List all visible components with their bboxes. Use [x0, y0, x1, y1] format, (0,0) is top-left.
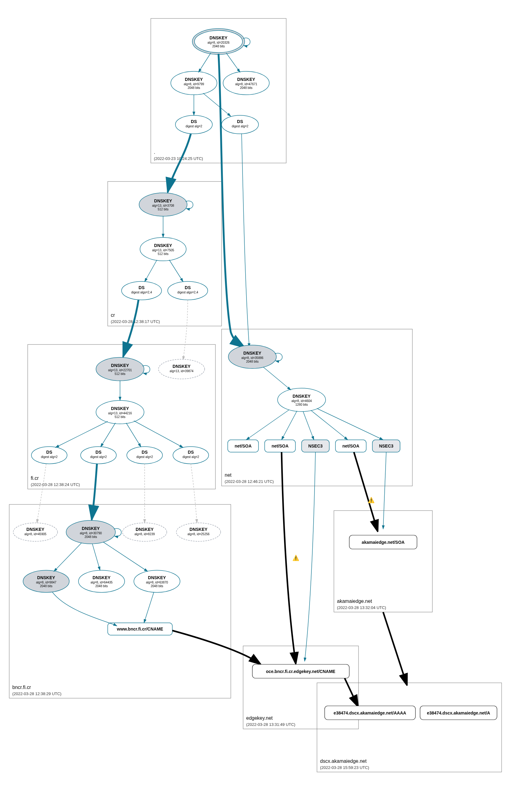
node-bncr-d2: DNSKEY alg=8, id=8239	[122, 523, 167, 541]
warning-icon: ⚠️	[292, 555, 300, 561]
zone-net-name: net	[225, 472, 232, 478]
svg-point-37	[159, 359, 205, 379]
node-ficr-zsk: DNSKEY alg=13, id=44216 512 bits	[96, 401, 144, 424]
zone-root-ts: (2022-03-23 10:24:25 UTC)	[154, 156, 203, 161]
warning-icon: ⚠️	[368, 497, 375, 503]
svg-text:alg=8, id=9799: alg=8, id=9799	[184, 82, 204, 86]
svg-text:2048 bits: 2048 bits	[212, 45, 225, 48]
svg-text:net/SOA: net/SOA	[342, 443, 359, 448]
svg-text:DNSKEY: DNSKEY	[293, 394, 311, 399]
node-edgekey-cname: oce.bncr.fi.cr.edgekey.net/CNAME	[252, 664, 349, 678]
node-ficr-d1: DNSKEY alg=13, id=39874	[159, 359, 205, 379]
svg-text:DNSKEY: DNSKEY	[173, 364, 191, 369]
node-cr-ds1: DS digest algs=2,4	[121, 282, 162, 300]
svg-text:2048 bits: 2048 bits	[188, 86, 200, 89]
node-dscx-aaaa: e38474.dscx.akamaiedge.net/AAAA	[325, 706, 416, 720]
svg-text:alg=8, id=35886: alg=8, id=35886	[241, 356, 263, 359]
zone-cr-ts: (2022-03-28 12:38:17 UTC)	[111, 319, 160, 324]
node-root-zsk2: DNSKEY alg=8, id=47671 2048 bits	[223, 71, 269, 95]
svg-text:alg=8, id=64435: alg=8, id=64435	[90, 581, 113, 584]
svg-text:DS: DS	[95, 450, 101, 455]
svg-text:DNSKEY: DNSKEY	[82, 526, 100, 531]
zone-root-name: .	[154, 149, 155, 155]
svg-text:digest alg=2: digest alg=2	[136, 455, 153, 459]
zone-akamai-ts: (2022-03-28 13:32:04 UTC)	[337, 605, 386, 610]
svg-point-56	[13, 523, 58, 541]
svg-text:512 bits: 512 bits	[114, 415, 125, 418]
svg-point-63	[122, 523, 167, 541]
zone-dscx-ts: (2022-03-28 15:59:23 UTC)	[320, 765, 369, 770]
node-net-soa1: net/SOA	[228, 440, 258, 452]
svg-text:DS: DS	[184, 285, 191, 290]
node-bncr-ksk: DNSKEY alg=8, id=30790 2048 bits	[66, 520, 121, 544]
svg-text:net/SOA: net/SOA	[272, 443, 288, 448]
svg-text:alg=8, id=4604: alg=8, id=4604	[291, 399, 312, 403]
node-net-nsec1: NSEC3	[302, 440, 329, 452]
svg-text:DNSKEY: DNSKEY	[26, 527, 45, 532]
svg-text:alg=13, id=44216: alg=13, id=44216	[108, 411, 132, 415]
svg-text:DS: DS	[237, 119, 243, 124]
svg-text:e38474.dscx.akamaiedge.net/AAA: e38474.dscx.akamaiedge.net/AAAA	[334, 710, 406, 716]
svg-text:digest alg=2: digest alg=2	[232, 124, 249, 128]
zone-dscx-name: dscx.akamaiedge.net	[320, 758, 367, 764]
dnssec-diagram: . (2022-03-23 10:24:25 UTC) DNSKEY alg=8…	[6, 6, 507, 806]
svg-text:alg=8, id=8239: alg=8, id=8239	[135, 532, 155, 536]
svg-text:digest alg=2: digest alg=2	[186, 124, 202, 128]
svg-text:alg=8, id=30790: alg=8, id=30790	[80, 531, 102, 535]
svg-text:DNSKEY: DNSKEY	[237, 77, 255, 82]
svg-text:alg=13, id=7505: alg=13, id=7505	[152, 249, 174, 252]
svg-text:DNSKEY: DNSKEY	[209, 35, 228, 40]
zone-edgekey-name: edgekey.net	[246, 716, 273, 721]
node-bncr-d1: DNSKEY alg=8, id=45905	[13, 523, 58, 541]
svg-text:1280 bits: 1280 bits	[295, 403, 308, 406]
svg-text:alg=8, id=63870: alg=8, id=63870	[146, 581, 168, 584]
node-bncr-cname: www.bncr.fi.cr/CNAME	[108, 623, 172, 635]
svg-text:2048 bits: 2048 bits	[95, 584, 108, 588]
svg-text:alg=8, id=9847: alg=8, id=9847	[36, 581, 57, 584]
svg-text:DS: DS	[139, 285, 144, 290]
node-cr-zsk: DNSKEY alg=13, id=7505 512 bits	[140, 237, 186, 261]
svg-point-66	[176, 523, 221, 541]
svg-text:DNSKEY: DNSKEY	[154, 243, 172, 248]
zone-akamai-name: akamaiedge.net	[337, 599, 372, 604]
node-dscx-a: e38474.dscx.akamaiedge.net/A	[420, 706, 497, 720]
svg-text:alg=8, id=45905: alg=8, id=45905	[24, 532, 47, 536]
node-cr-ksk: DNSKEY alg=13, id=3708 512 bits	[139, 193, 193, 216]
svg-text:alg=13, id=22701: alg=13, id=22701	[108, 369, 132, 372]
node-ficr-ds2: DS digest alg=2	[81, 446, 116, 464]
svg-text:NSEC3: NSEC3	[308, 443, 323, 448]
svg-text:512 bits: 512 bits	[158, 252, 168, 256]
svg-text:www.bncr.fi.cr/CNAME: www.bncr.fi.cr/CNAME	[117, 627, 163, 632]
svg-text:DNSKEY: DNSKEY	[154, 198, 172, 203]
svg-text:2048 bits: 2048 bits	[85, 535, 97, 539]
zone-edgekey-ts: (2022-03-28 13:31:49 UTC)	[246, 722, 295, 727]
svg-text:DNSKEY: DNSKEY	[111, 406, 129, 411]
node-root-zsk1: DNSKEY alg=8, id=9799 2048 bits	[171, 71, 217, 95]
node-ficr-ksk: DNSKEY alg=13, id=22701 512 bits	[96, 357, 150, 381]
svg-text:2048 bits: 2048 bits	[240, 86, 253, 89]
node-bncr-d3: DNSKEY alg=8, id=25256	[176, 523, 221, 541]
svg-text:alg=8, id=20326: alg=8, id=20326	[207, 41, 230, 44]
svg-text:akamaiedge.net/SOA: akamaiedge.net/SOA	[362, 540, 404, 545]
svg-text:DNSKEY: DNSKEY	[37, 575, 55, 580]
svg-text:alg=13, id=3708: alg=13, id=3708	[152, 204, 174, 207]
node-ficr-ds4: DS digest alg=2	[173, 446, 209, 464]
zone-cr-name: cr	[111, 313, 115, 318]
svg-text:2048 bits: 2048 bits	[40, 584, 53, 588]
svg-text:DNSKEY: DNSKEY	[93, 575, 111, 580]
svg-text:alg=8, id=47671: alg=8, id=47671	[235, 82, 257, 86]
svg-text:512 bits: 512 bits	[158, 208, 168, 211]
zone-ficr-name: fi.cr	[31, 475, 39, 481]
svg-text:DNSKEY: DNSKEY	[148, 575, 166, 580]
node-root-ds2: DS digest alg=2	[222, 115, 258, 134]
svg-text:e38474.dscx.akamaiedge.net/A: e38474.dscx.akamaiedge.net/A	[427, 710, 490, 716]
node-ficr-ds1: DS digest alg=2	[31, 446, 67, 464]
node-net-ksk: DNSKEY alg=8, id=35886 2048 bits	[228, 345, 282, 369]
node-bncr-z2: DNSKEY alg=8, id=64435 2048 bits	[79, 570, 125, 592]
zone-ficr-ts: (2022-03-28 12:38:24 UTC)	[31, 482, 80, 487]
svg-text:DNSKEY: DNSKEY	[111, 363, 129, 368]
svg-text:digest alg=2: digest alg=2	[90, 455, 107, 459]
node-ficr-ds3: DS digest alg=2	[127, 446, 163, 464]
node-root-ksk: DNSKEY alg=8, id=20326 2048 bits	[192, 29, 250, 54]
zone-bncr-name: bncr.fi.cr	[12, 685, 31, 690]
